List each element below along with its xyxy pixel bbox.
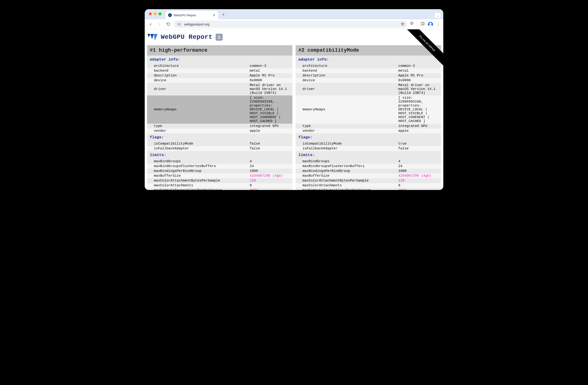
new-tab-button[interactable]: + (220, 11, 227, 18)
row-key: memoryHeaps (147, 96, 249, 124)
page-content: Fix me on GitHub WebGPU Report #1 high-p… (145, 29, 443, 190)
table-row: maxBufferSize4294967296 (4gb) (296, 173, 441, 178)
row-key: maxColorAttachmentBytesPerSample (147, 178, 249, 183)
row-key: maxComputeInvocationsPerWorkgroup (147, 188, 249, 190)
row-key: driver (296, 83, 397, 96)
table-row: maxColorAttachmentBytesPerSample128 (147, 178, 292, 183)
github-ribbon[interactable]: Fix me on GitHub (397, 29, 443, 75)
svg-marker-3 (147, 34, 150, 37)
table-row: maxBindGroups4 (147, 159, 292, 164)
row-value: 128 (397, 178, 441, 183)
profile-button[interactable] (428, 22, 433, 27)
table-row: maxComputeInvocationsPerWorkgroup1024 (296, 188, 441, 190)
page-title-text: WebGPU Report (161, 34, 212, 41)
row-key: maxBindingsPerBindGroup (147, 169, 249, 173)
kv-table: isCompatibilityModefalseisFallbackAdapte… (147, 141, 292, 151)
extensions-button[interactable] (410, 21, 414, 27)
row-value: 4 (249, 159, 292, 164)
table-row: maxBindGroupsPlusVertexBuffers24 (147, 164, 292, 169)
favicon-icon: i (168, 13, 172, 17)
svg-point-1 (180, 24, 180, 25)
adapter-column-title: #1 high-performance (147, 45, 292, 56)
row-key: maxComputeInvocationsPerWorkgroup (296, 188, 397, 190)
row-key: device (296, 78, 397, 83)
row-value: apple (397, 129, 441, 133)
row-value: 8 (249, 183, 292, 188)
row-key: isCompatibilityMode (147, 141, 249, 146)
row-value: metal (249, 68, 292, 73)
section-heading: limits: (296, 151, 441, 159)
download-button[interactable] (216, 34, 223, 41)
row-value: false (397, 146, 441, 151)
table-row: maxBindingsPerBindGroup1000 (147, 169, 292, 173)
table-row: descriptionApple M1 Pro (147, 73, 292, 78)
toolbar-separator (417, 22, 417, 27)
bookmark-button[interactable] (400, 22, 405, 27)
row-value: common-3 (249, 64, 292, 68)
row-key: device (147, 78, 249, 83)
row-value: 128 (249, 178, 292, 183)
site-info-button[interactable] (176, 22, 182, 26)
browser-tab[interactable]: i WebGPU Report ✕ (165, 11, 218, 19)
row-key: maxBufferSize (147, 173, 249, 178)
maximize-window-button[interactable] (158, 12, 162, 15)
tab-close-button[interactable]: ✕ (213, 13, 215, 17)
table-row: memoryHeaps[ size: 22906503168, properti… (147, 96, 292, 124)
adapter-columns: #1 high-performanceadapter info:architec… (147, 45, 441, 190)
back-button[interactable] (147, 21, 154, 28)
sidepanel-button[interactable] (420, 21, 425, 27)
row-value: 24 (397, 164, 441, 169)
table-row: isFallbackAdapterfalse (296, 146, 441, 151)
table-row: maxBindGroups4 (296, 159, 441, 164)
row-value: Metal driver on macOS Version 14.1 (Buil… (249, 83, 292, 96)
row-key: description (296, 73, 397, 78)
row-key: maxColorAttachmentBytesPerSample (296, 178, 397, 183)
row-key: isFallbackAdapter (147, 146, 249, 151)
row-key: architecture (147, 64, 249, 68)
minimize-window-button[interactable] (154, 12, 157, 15)
row-value: [ size: 22906503168, properties: DEVICE_… (397, 96, 441, 124)
row-key: maxBindGroups (296, 159, 397, 164)
row-value: integrated GPU (249, 124, 292, 129)
table-row: maxColorAttachments8 (296, 183, 441, 188)
section-heading: adapter info: (147, 56, 292, 64)
table-row: maxBindingsPerBindGroup1000 (296, 169, 441, 173)
address-bar[interactable]: webgpureport.org (174, 21, 407, 28)
table-row: isCompatibilityModetrue (296, 141, 441, 146)
kv-table: maxBindGroups4maxBindGroupsPlusVertexBuf… (296, 159, 441, 190)
table-row: maxBufferSize4294967296 (4gb) (147, 173, 292, 178)
row-key: description (147, 73, 249, 78)
reload-button[interactable] (165, 21, 171, 28)
row-key: vendor (296, 129, 397, 133)
table-row: maxComputeInvocationsPerWorkgroup1024 (147, 188, 292, 190)
browser-menu-button[interactable]: ⋮ (436, 22, 441, 27)
row-value: true (397, 141, 441, 146)
url-text: webgpureport.org (184, 22, 210, 26)
browser-toolbar: webgpureport.org ⋮ (145, 19, 443, 29)
kv-table: architecturecommon-3backendmetaldescript… (147, 64, 292, 133)
svg-rect-2 (421, 22, 424, 25)
table-row: memoryHeaps[ size: 22906503168, properti… (296, 96, 441, 124)
forward-button[interactable] (156, 21, 163, 28)
row-key: maxBufferSize (296, 173, 397, 178)
webgpu-logo-icon (147, 34, 158, 40)
row-key: backend (296, 68, 397, 73)
table-row: maxColorAttachmentBytesPerSample128 (296, 178, 441, 183)
row-value: false (249, 146, 292, 151)
tab-strip: i WebGPU Report ✕ + ⌄ (145, 9, 443, 19)
table-row: maxBindGroupsPlusVertexBuffers24 (296, 164, 441, 169)
row-key: maxBindGroups (147, 159, 249, 164)
row-key: vendor (147, 129, 249, 133)
table-row: driverMetal driver on macOS Version 14.1… (147, 83, 292, 96)
row-value: 8 (397, 183, 441, 188)
row-key: isFallbackAdapter (296, 146, 397, 151)
row-key: maxColorAttachments (147, 183, 249, 188)
table-row: typeintegrated GPU (296, 124, 441, 129)
window-controls (149, 12, 162, 15)
tab-list-button[interactable]: ⌄ (435, 13, 441, 18)
row-key: architecture (296, 64, 397, 68)
row-value: 4294967296 (4gb) (249, 173, 292, 178)
row-value: 0x0000 (397, 78, 441, 83)
close-window-button[interactable] (149, 12, 152, 15)
section-heading: flags: (147, 133, 292, 141)
